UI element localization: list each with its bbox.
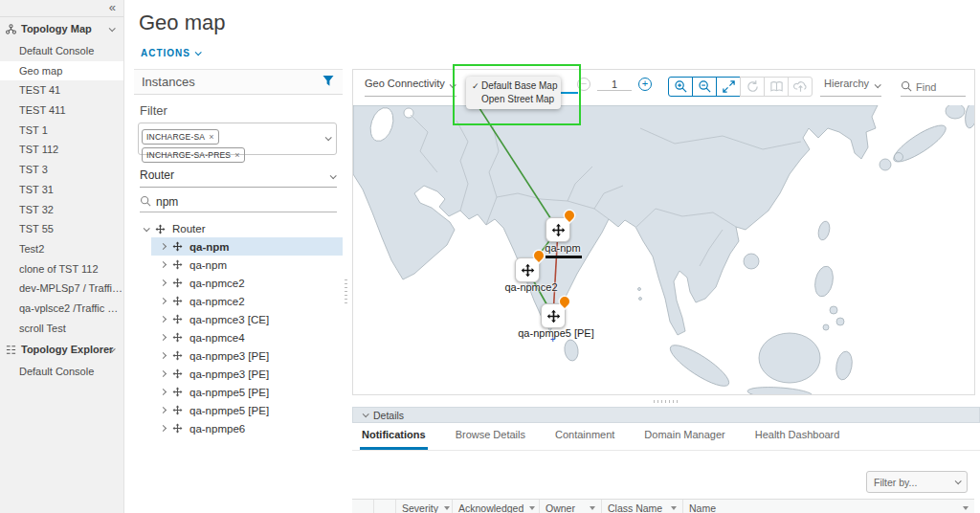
filter-tags-box[interactable]: INCHARGE-SA× INCHARGE-SA-PRES× (138, 123, 337, 155)
geo-map-panel: Geo Connectivity − + (352, 69, 975, 395)
sidebar-item-test-411[interactable]: TEST 411 (0, 100, 123, 121)
map-node-qa-npmpe5[interactable] (541, 303, 566, 328)
sidebar-section-topology-explorer[interactable]: Topology Explorer (0, 338, 123, 362)
chevron-right-icon[interactable] (160, 389, 167, 395)
column-checkbox[interactable] (352, 500, 374, 513)
search-input[interactable] (156, 195, 300, 209)
sidebar-item-test2[interactable]: Test2 (0, 239, 123, 259)
tree-item[interactable]: qa-npmpe3 [PE] (134, 346, 343, 365)
sidebar-item-tst-32[interactable]: TST 32 (0, 200, 123, 220)
class-select[interactable]: Router (140, 168, 337, 188)
actions-menu-button[interactable]: ACTIONS (141, 48, 200, 58)
class-select-value: Router (140, 168, 174, 182)
chevron-right-icon[interactable] (160, 261, 167, 268)
table-settings-caret-icon[interactable] (963, 506, 969, 510)
sidebar-item-test-41[interactable]: TEST 41 (0, 80, 123, 100)
map-view-select[interactable]: Geo Connectivity (365, 78, 457, 97)
export-button[interactable] (788, 77, 813, 97)
chevron-right-icon[interactable] (160, 352, 167, 359)
sidebar-item-geo-map[interactable]: Geo map (0, 61, 123, 81)
column-class-name[interactable]: Class Name (602, 500, 683, 513)
filter-by-select[interactable]: Filter by... (866, 471, 968, 493)
sidebar-item-tst-31[interactable]: TST 31 (0, 180, 123, 200)
sidebar-section-topology-map[interactable]: Topology Map (0, 17, 123, 41)
find-input[interactable] (916, 81, 958, 93)
tab-health-dashboard[interactable]: Health Dashboard (753, 423, 842, 450)
tree-item[interactable]: qa-npmpe3 [PE] (134, 365, 343, 383)
sidebar-item-tst-55[interactable]: TST 55 (0, 219, 123, 239)
hierarchy-select[interactable]: Hierarchy (820, 78, 881, 97)
details-header-bar[interactable]: Details (352, 407, 980, 423)
selected-node-underline (546, 256, 582, 258)
tab-domain-manager[interactable]: Domain Manager (642, 423, 726, 450)
tree-item[interactable]: qa-npmpe6 (134, 419, 343, 437)
tab-browse-details[interactable]: Browse Details (454, 423, 527, 450)
sidebar-item-dev-mplsp7[interactable]: dev-MPLSp7 / Traffic Ma... (0, 279, 123, 299)
chevron-down-icon[interactable] (144, 225, 150, 232)
fit-to-screen-button[interactable] (716, 77, 741, 97)
column-severity[interactable]: Severity (396, 500, 453, 513)
tree-item[interactable]: qa-npmce2 (134, 292, 343, 310)
chevron-down-icon[interactable] (325, 134, 332, 141)
column-owner[interactable]: Owner (540, 500, 602, 513)
sidebar-item-scroll-test[interactable]: scroll Test (0, 319, 123, 339)
map-node-qa-npmce2[interactable] (515, 257, 540, 282)
menu-item-default-base-map[interactable]: ✓Default Base Map (466, 79, 561, 93)
column-filter-caret-icon[interactable] (444, 506, 450, 510)
sidebar-header: « (0, 0, 123, 17)
tree-item-label: qa-npmpe3 [PE] (189, 368, 269, 380)
chevron-down-icon (109, 25, 116, 32)
zoom-out-button[interactable] (692, 77, 717, 97)
panel-resize-handle-horizontal[interactable] (654, 400, 680, 403)
tree-item[interactable]: qa-npm (151, 237, 343, 256)
menu-item-open-street-map[interactable]: Open Street Map (466, 93, 561, 106)
sidebar-item-tst-3[interactable]: TST 3 (0, 160, 123, 180)
tree-item[interactable]: qa-npmpe5 [PE] (134, 401, 343, 419)
chevron-right-icon[interactable] (160, 279, 167, 286)
map-node-qa-npm[interactable] (546, 217, 570, 242)
tree-item[interactable]: qa-npmce2 (134, 274, 343, 292)
panel-resize-handle-vertical[interactable] (345, 279, 347, 303)
close-icon[interactable]: × (209, 132, 213, 142)
chevron-right-icon[interactable] (160, 298, 167, 304)
zoom-decrease-button[interactable]: − (577, 78, 590, 91)
sidebar-item-explorer-default-console[interactable]: Default Console (0, 362, 123, 382)
sidebar-item-tst-112[interactable]: TST 112 (0, 140, 123, 160)
tab-notifications[interactable]: Notifications (360, 423, 428, 450)
tree-item[interactable]: qa-npmpe5 [PE] (134, 383, 343, 401)
sidebar-item-default-console[interactable]: Default Console (0, 41, 123, 61)
sidebar-item-clone-of-tst-112[interactable]: clone of TST 112 (0, 259, 123, 279)
tab-containment[interactable]: Containment (553, 423, 616, 450)
chevron-right-icon[interactable] (160, 334, 167, 341)
move-node-icon (172, 259, 183, 270)
column-filter-caret-icon[interactable] (671, 506, 677, 510)
column-icon[interactable] (374, 500, 396, 513)
zoom-level-input[interactable] (597, 78, 632, 91)
chevron-right-icon[interactable] (160, 243, 167, 250)
chevron-right-icon[interactable] (160, 370, 167, 377)
column-acknowledged[interactable]: Acknowledged (453, 500, 540, 513)
column-filter-caret-icon[interactable] (529, 506, 535, 510)
tree-item[interactable]: qa-npmce3 [CE] (134, 310, 343, 328)
geo-map-view[interactable]: qa-npm qa-npmce2 qa-npmpe5 [PE] + (353, 105, 974, 394)
column-name[interactable]: Name (683, 500, 974, 513)
legend-button[interactable] (764, 77, 789, 97)
collapse-sidebar-icon[interactable]: « (109, 0, 116, 14)
tree-item-label: qa-npmpe6 (189, 423, 245, 435)
chevron-right-icon[interactable] (160, 425, 167, 432)
tree-item[interactable]: qa-npmce4 (134, 328, 343, 346)
tree-item[interactable]: qa-npm (134, 256, 343, 274)
zoom-in-button[interactable] (668, 77, 693, 97)
tree-root-router[interactable]: Router (134, 220, 343, 237)
chevron-right-icon[interactable] (160, 316, 167, 323)
move-node-icon (172, 405, 183, 415)
sidebar-item-tst-1[interactable]: TST 1 (0, 121, 123, 141)
sidebar-item-qa-vplsce2[interactable]: qa-vplsce2 /Traffic Map - ... (0, 299, 123, 319)
chevron-right-icon[interactable] (160, 407, 167, 413)
close-icon[interactable]: × (234, 150, 239, 160)
refresh-button[interactable] (740, 77, 765, 97)
filter-funnel-icon[interactable] (322, 75, 335, 90)
column-filter-caret-icon[interactable] (590, 506, 595, 510)
zoom-out-icon (698, 79, 712, 94)
zoom-increase-button[interactable]: + (638, 78, 652, 91)
